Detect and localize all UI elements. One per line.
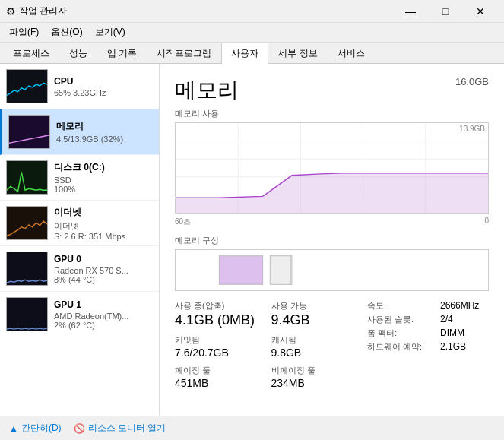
cpu-sub: 65% 3.23GHz bbox=[54, 88, 153, 97]
committed-label: 커밋됨 bbox=[175, 334, 259, 346]
mem-sparkline bbox=[8, 115, 50, 149]
time-left: 60초 bbox=[175, 217, 191, 227]
stat-committed: 커밋됨 7.6/20.7GB bbox=[175, 334, 259, 359]
app-title: 작업 관리자 bbox=[19, 5, 67, 17]
stat-available: 사용 가능 9.4GB bbox=[271, 300, 356, 328]
available-label: 사용 가능 bbox=[271, 300, 356, 312]
resource-monitor-label: 리소스 모니터 열기 bbox=[88, 422, 166, 435]
tab-processes[interactable]: 프로세스 bbox=[3, 43, 59, 64]
config-label: 메모리 구성 bbox=[175, 235, 489, 246]
stats-left: 사용 중(압축) 4.1GB (0MB) 사용 가능 9.4GB 커밋됨 7.6… bbox=[175, 300, 355, 389]
gpu1-sparkline bbox=[6, 297, 48, 331]
chart-time-labels: 60초 0 bbox=[175, 217, 489, 227]
reserved-key: 하드웨어 예약: bbox=[367, 341, 428, 353]
disk-sparkline bbox=[6, 160, 48, 195]
menu-file[interactable]: 파일(F) bbox=[3, 24, 45, 40]
resource-monitor-link[interactable]: 🚫 리소스 모니터 열기 bbox=[74, 422, 166, 435]
tab-performance[interactable]: 성능 bbox=[59, 43, 97, 64]
reserved-val: 2.1GB bbox=[440, 341, 466, 353]
eth-speed: S: 2.6 R: 351 Mbps bbox=[54, 232, 153, 241]
in-use-label: 사용 중(압축) bbox=[175, 300, 259, 312]
usage-label: 메모리 사용 bbox=[175, 108, 489, 119]
form-key: 폼 팩터: bbox=[367, 328, 428, 339]
cpu-name: CPU bbox=[54, 76, 153, 87]
speed-row: 속도: 2666MHz bbox=[367, 300, 489, 312]
sidebar-item-cpu[interactable]: CPU 65% 3.23GHz bbox=[0, 64, 159, 109]
up-chevron-icon: ▲ bbox=[9, 423, 18, 434]
gpu1-name: GPU 1 bbox=[54, 299, 153, 310]
eth-info: 이더넷 이더넷 S: 2.6 R: 351 Mbps bbox=[54, 206, 153, 241]
gpu1-pct: 2% (62 °C) bbox=[54, 321, 153, 330]
close-button[interactable]: ✕ bbox=[463, 0, 498, 23]
detail-panel: 메모리 16.0GB 메모리 사용 13.9GB bbox=[160, 64, 504, 416]
sidebar-item-gpu0[interactable]: GPU 0 Radeon RX 570 S... 8% (44 °C) bbox=[0, 246, 159, 292]
tab-services[interactable]: 서비스 bbox=[328, 43, 375, 64]
time-right: 0 bbox=[484, 217, 489, 227]
detail-total: 16.0GB bbox=[455, 76, 489, 87]
slots-key: 사용된 슬롯: bbox=[367, 314, 428, 325]
sidebar-item-ethernet[interactable]: 이더넷 이더넷 S: 2.6 R: 351 Mbps bbox=[0, 201, 159, 246]
slots-row: 사용된 슬롯: 2/4 bbox=[367, 314, 489, 325]
sidebar: CPU 65% 3.23GHz 메모리 4.5/13.9GB (32%) bbox=[0, 64, 160, 416]
menu-view[interactable]: 보기(V) bbox=[89, 24, 132, 40]
main-content: CPU 65% 3.23GHz 메모리 4.5/13.9GB (32%) bbox=[0, 64, 504, 416]
gpu0-sparkline bbox=[6, 252, 48, 286]
disk-type: SSD bbox=[54, 176, 153, 185]
minimize-button[interactable]: — bbox=[393, 0, 428, 23]
bottom-bar: ▲ 간단히(D) 🚫 리소스 모니터 열기 bbox=[0, 416, 504, 440]
disk-name: 디스크 0(C:) bbox=[54, 161, 153, 174]
tab-app-history[interactable]: 앱 기록 bbox=[97, 43, 147, 64]
svg-rect-11 bbox=[270, 256, 292, 285]
tab-startup[interactable]: 시작프로그램 bbox=[147, 43, 221, 64]
non-paged-pool-value: 234MB bbox=[271, 377, 356, 389]
memory-usage-chart: 13.9GB bbox=[175, 122, 489, 214]
right-stats-list: 속도: 2666MHz 사용된 슬롯: 2/4 폼 팩터: DIMM 하드웨어 … bbox=[367, 300, 489, 353]
tab-details[interactable]: 세부 정보 bbox=[268, 43, 327, 64]
gpu0-model: Radeon RX 570 S... bbox=[54, 266, 153, 275]
gpu0-pct: 8% (44 °C) bbox=[54, 275, 153, 284]
maximize-button[interactable]: □ bbox=[428, 0, 463, 23]
sidebar-item-disk[interactable]: 디스크 0(C:) SSD 100% bbox=[0, 155, 159, 201]
svg-rect-10 bbox=[219, 256, 262, 285]
cpu-info: CPU 65% 3.23GHz bbox=[54, 76, 153, 97]
mem-sub: 4.5/13.9GB (32%) bbox=[56, 135, 153, 144]
gpu0-name: GPU 0 bbox=[54, 254, 153, 264]
in-use-value: 4.1GB (0MB) bbox=[175, 312, 259, 328]
disk-pct: 100% bbox=[54, 185, 153, 194]
cpu-sparkline bbox=[6, 69, 48, 103]
menu-options[interactable]: 옵션(O) bbox=[45, 24, 88, 40]
slots-val: 2/4 bbox=[440, 314, 453, 325]
cached-label: 캐시됨 bbox=[271, 334, 356, 346]
simplify-link[interactable]: ▲ 간단히(D) bbox=[9, 422, 62, 435]
title-controls: — □ ✕ bbox=[393, 0, 498, 23]
form-val: DIMM bbox=[440, 328, 464, 339]
stats-grid: 사용 중(압축) 4.1GB (0MB) 사용 가능 9.4GB 커밋됨 7.6… bbox=[175, 300, 355, 389]
title-bar: ⚙ 작업 관리자 — □ ✕ bbox=[0, 0, 504, 23]
sidebar-item-gpu1[interactable]: GPU 1 AMD Radeon(TM)... 2% (62 °C) bbox=[0, 292, 159, 337]
stats-right: 속도: 2666MHz 사용된 슬롯: 2/4 폼 팩터: DIMM 하드웨어 … bbox=[367, 300, 489, 389]
paged-pool-value: 451MB bbox=[175, 377, 259, 389]
title-bar-left: ⚙ 작업 관리자 bbox=[6, 5, 67, 17]
sidebar-item-memory[interactable]: 메모리 4.5/13.9GB (32%) bbox=[0, 109, 159, 155]
stat-non-paged-pool: 비페이징 풀 234MB bbox=[271, 365, 356, 389]
tab-users[interactable]: 사용자 bbox=[221, 43, 268, 64]
non-paged-pool-label: 비페이징 풀 bbox=[271, 365, 356, 376]
form-row: 폼 팩터: DIMM bbox=[367, 328, 489, 339]
stat-paged-pool: 페이징 풀 451MB bbox=[175, 365, 259, 389]
cached-value: 9.8GB bbox=[271, 347, 356, 359]
chart-max-label: 13.9GB bbox=[459, 125, 485, 133]
svg-marker-8 bbox=[176, 173, 488, 213]
reserved-row: 하드웨어 예약: 2.1GB bbox=[367, 341, 489, 353]
eth-sub: 이더넷 bbox=[54, 220, 153, 232]
tab-bar: 프로세스 성능 앱 기록 시작프로그램 사용자 세부 정보 서비스 bbox=[0, 43, 504, 64]
stat-in-use: 사용 중(압축) 4.1GB (0MB) bbox=[175, 300, 259, 328]
speed-val: 2666MHz bbox=[440, 300, 479, 312]
mem-name: 메모리 bbox=[56, 120, 153, 133]
committed-value: 7.6/20.7GB bbox=[175, 347, 259, 359]
resource-monitor-icon: 🚫 bbox=[74, 423, 85, 434]
detail-title: 메모리 bbox=[175, 76, 239, 105]
available-value: 9.4GB bbox=[271, 312, 356, 328]
gpu1-info: GPU 1 AMD Radeon(TM)... 2% (62 °C) bbox=[54, 299, 153, 330]
eth-sparkline bbox=[6, 206, 48, 240]
memory-config-chart bbox=[175, 249, 489, 291]
